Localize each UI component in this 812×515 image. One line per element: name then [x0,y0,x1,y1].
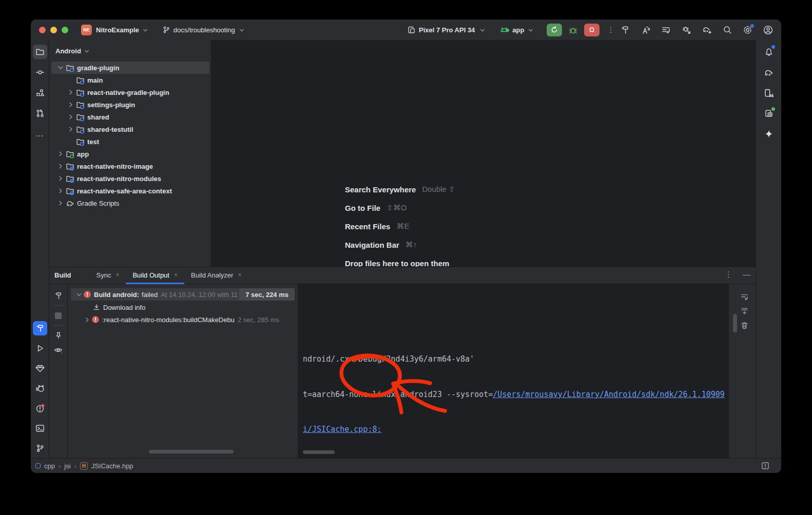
file-link[interactable]: i/JSICache.cpp:8: [303,425,382,434]
tool-commit[interactable] [33,65,47,80]
rerun-button[interactable] [547,24,562,36]
tool-notifications[interactable] [762,45,776,59]
tool-device-explorer[interactable] [762,106,776,121]
project-panel: Android gradle-plugin main react-native-… [49,40,211,267]
pin-tab-button[interactable] [51,328,66,343]
vertical-scrollbar[interactable] [733,314,737,332]
tree-item-react-native-gradle-plugin[interactable]: react-native-gradle-plugin [51,86,209,98]
tool-terminal[interactable] [33,421,47,435]
failed-task-row[interactable]: :react-native-nitro-modules:buildCMakeDe… [68,313,298,326]
more-actions-button[interactable]: ⋮ [604,25,617,34]
zoom-window-button[interactable] [62,27,68,33]
tree-item-react-native-safe-area-context[interactable]: react-native-safe-area-context [51,185,209,197]
chevron-right-icon[interactable] [67,88,75,96]
chevron-right-icon[interactable] [67,113,75,121]
restart-build-button[interactable] [51,288,66,303]
shortcut-label: Recent Files [345,222,390,231]
tool-gradle[interactable] [762,65,776,80]
tool-gemini[interactable] [762,127,776,141]
tree-item-react-native-nitro-modules[interactable]: react-native-nitro-modules [51,172,209,185]
tool-structure[interactable] [33,86,47,100]
device-icon [407,26,416,34]
tree-item-gradle-plugin[interactable]: gradle-plugin [51,62,209,74]
close-tab-icon[interactable]: × [238,271,241,279]
project-name[interactable]: NitroExample [96,26,139,34]
tab-build-analyzer[interactable]: Build Analyzer × [184,267,248,284]
device-selector[interactable]: Pixel 7 Pro API 34 [407,26,486,34]
chevron-right-icon[interactable] [83,316,91,324]
hide-panel-button[interactable]: — [743,270,750,279]
tab-label: Build Output [132,271,169,279]
tool-running-devices[interactable] [762,86,776,100]
tool-pull-requests[interactable] [33,106,47,121]
tool-version-control[interactable] [33,441,47,455]
chevron-down-icon[interactable] [75,291,83,299]
clear-all-button[interactable] [740,321,749,330]
chevron-down-icon[interactable] [56,64,65,72]
breadcrumb-file[interactable]: JSICache.hpp [91,462,133,470]
tree-item-settings-plugin[interactable]: settings-plugin [51,98,209,111]
project-view-selector[interactable]: Android [49,40,211,55]
event-log-button[interactable] [761,461,770,470]
apply-changes-button[interactable] [641,25,650,35]
tree-item-shared[interactable]: shared [51,111,209,123]
gradle-sync-button[interactable] [702,25,712,35]
close-window-button[interactable] [39,27,46,33]
chevron-down-icon [83,48,90,55]
tree-item-shared-testutil[interactable]: shared-testutil [51,123,209,135]
breadcrumb-item[interactable]: jsi [64,462,70,470]
tree-item-test[interactable]: test [51,135,209,148]
settings-button[interactable] [743,25,752,35]
chevron-right-icon[interactable] [67,101,75,109]
soft-wrap-button[interactable] [740,292,749,301]
chevron-right-icon[interactable] [56,150,65,158]
close-tab-icon[interactable]: × [115,271,119,279]
tree-item-gradle-scripts[interactable]: Gradle Scripts [51,197,209,209]
tool-project[interactable] [33,45,47,59]
tab-build-output[interactable]: Build Output × [126,267,184,284]
tool-build[interactable] [33,321,47,335]
tree-item-main[interactable]: main [51,74,209,86]
build-variants-button[interactable] [661,25,671,35]
close-tab-icon[interactable]: × [174,271,178,279]
chevron-right-icon[interactable] [56,174,65,183]
build-project-button[interactable] [620,25,630,35]
chevron-right-icon[interactable] [56,187,65,195]
run-configuration-selector[interactable]: app [499,25,534,35]
branch-selector[interactable]: docs/troubleshooting [162,26,245,34]
tree-item-label: Gradle Scripts [77,200,119,207]
tool-app-quality-insights[interactable] [33,361,47,375]
view-options-button[interactable] [51,343,66,357]
breadcrumb-item[interactable]: cpp [44,462,55,470]
tool-more[interactable]: … [33,127,47,141]
download-info-row[interactable]: Download info [68,301,298,313]
search-icon[interactable] [723,25,732,34]
horizontal-scrollbar[interactable] [149,450,234,453]
app-running-dot [506,29,509,32]
tab-sync[interactable]: Sync × [90,267,126,284]
minimize-window-button[interactable] [50,27,57,33]
right-tool-strip [756,40,781,458]
tree-item-app[interactable]: app [51,148,209,160]
stop-button[interactable] [584,24,600,36]
tree-item-react-native-nitro-image[interactable]: react-native-nitro-image [51,160,209,172]
account-button[interactable] [763,25,773,35]
attach-debugger-button[interactable] [682,25,691,35]
panel-options-button[interactable]: ⋮ [725,270,732,279]
tool-run[interactable] [33,341,47,355]
module-folder-icon [66,64,74,72]
chevron-right-icon[interactable] [56,199,65,207]
chevron-down-icon [142,27,149,34]
module-folder-icon [76,137,85,146]
chevron-right-icon[interactable] [67,125,75,133]
project-badge: NE [81,25,92,35]
tool-logcat[interactable] [33,381,47,395]
tool-problems[interactable] [33,401,47,415]
debug-button[interactable] [568,25,578,35]
horizontal-scrollbar[interactable] [303,450,335,454]
file-link[interactable]: /Users/mrousavy/Library/Android/sdk/ndk/… [493,390,725,399]
scroll-to-end-button[interactable] [740,307,749,315]
build-result-row[interactable]: Build android: failed At 14.10.24, 12:00… [71,288,295,301]
build-duration: 7 sec, 224 ms [239,288,295,301]
chevron-right-icon[interactable] [56,162,65,170]
